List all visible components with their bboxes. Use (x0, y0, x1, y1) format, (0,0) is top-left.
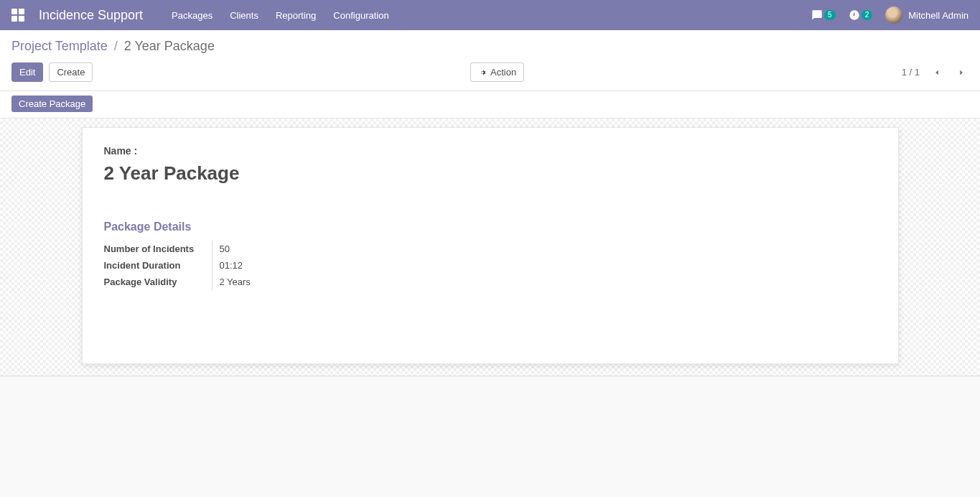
control-panel: Project Template / 2 Year Package Edit C… (0, 30, 980, 91)
form-background: Name : 2 Year Package Package Details Nu… (0, 119, 980, 376)
edit-button[interactable]: Edit (11, 62, 43, 82)
nav-menu: Packages Clients Reporting Configuration (172, 10, 389, 21)
clock-icon (849, 9, 860, 21)
pager-count[interactable]: 1 / 1 (902, 67, 920, 78)
activities-badge: 2 (862, 10, 873, 20)
create-package-button[interactable]: Create Package (11, 96, 93, 112)
apps-icon[interactable] (11, 9, 24, 22)
chat-icon (811, 9, 823, 21)
details-table: Number of Incidents 50 Incident Duration… (104, 241, 877, 290)
create-button[interactable]: Create (49, 62, 93, 82)
gear-icon (478, 68, 487, 77)
chevron-left-icon (932, 68, 942, 78)
brand-title[interactable]: Incidence Support (39, 8, 143, 23)
name-value: 2 Year Package (104, 162, 877, 185)
row-label-validity: Package Validity (104, 274, 212, 290)
action-label: Action (490, 67, 516, 78)
nav-clients[interactable]: Clients (230, 10, 258, 21)
action-button[interactable]: Action (470, 62, 524, 82)
row-label-incidents: Number of Incidents (104, 241, 212, 257)
messages-button[interactable]: 5 (811, 9, 836, 21)
chevron-right-icon (956, 68, 966, 78)
row-value-validity: 2 Years (212, 274, 398, 290)
pager-next[interactable] (954, 65, 969, 80)
pager-prev[interactable] (930, 65, 944, 80)
breadcrumb-current: 2 Year Package (124, 39, 215, 53)
breadcrumb-parent[interactable]: Project Template (11, 39, 108, 53)
section-title: Package Details (104, 220, 877, 233)
nav-right: 5 2 Mitchell Admin (811, 6, 969, 24)
nav-reporting[interactable]: Reporting (276, 10, 316, 21)
avatar (885, 6, 902, 24)
breadcrumb: Project Template / 2 Year Package (11, 39, 969, 54)
activities-button[interactable]: 2 (849, 9, 873, 21)
row-label-duration: Incident Duration (104, 257, 212, 274)
nav-configuration[interactable]: Configuration (333, 10, 388, 21)
row-value-incidents: 50 (212, 241, 398, 257)
messages-badge: 5 (824, 10, 836, 20)
user-menu[interactable]: Mitchell Admin (885, 6, 969, 24)
row-value-duration: 01:12 (212, 257, 398, 274)
name-label: Name : (104, 145, 877, 157)
statusbar: Create Package (0, 91, 980, 119)
navbar: Incidence Support Packages Clients Repor… (0, 0, 980, 30)
username: Mitchell Admin (908, 10, 969, 21)
nav-packages[interactable]: Packages (172, 10, 213, 21)
breadcrumb-sep: / (114, 39, 118, 53)
form-sheet: Name : 2 Year Package Package Details Nu… (82, 127, 899, 364)
